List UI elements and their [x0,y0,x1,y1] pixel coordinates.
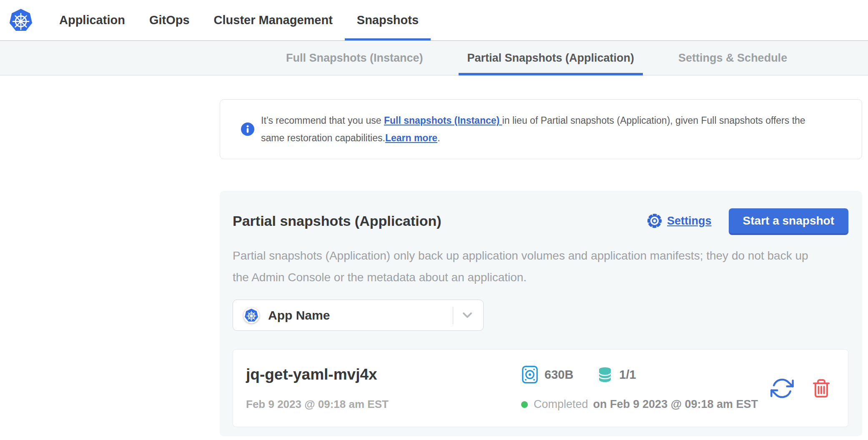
snapshot-status: Completed on Feb 9 2023 @ 09:18 am EST [521,398,770,411]
kubernetes-logo-icon [9,8,33,33]
info-banner: It’s recommend that you use Full snapsho… [220,99,862,159]
trash-icon [811,378,831,399]
info-text-segment: same restoration capabilities. [261,132,385,143]
panel-header: Partial snapshots (Application) Settings… [233,208,848,233]
database-volumes-icon [597,366,613,383]
info-banner-line-1: It’s recommend that you use Full snapsho… [261,112,805,129]
snapshot-name: jq-get-yaml-mvj4x [246,366,521,383]
nav-item-gitops[interactable]: GitOps [137,0,202,40]
restore-icon [770,377,794,400]
partial-snapshots-panel: Partial snapshots (Application) Settings… [220,191,862,436]
panel-actions: Settings Start a snapshot [647,208,848,233]
chevron-down-icon [460,308,475,323]
info-banner-text: It’s recommend that you use Full snapsho… [261,112,805,147]
settings-label: Settings [667,215,712,228]
snapshot-stats: 630B 1/1 [521,365,770,384]
restore-snapshot-button[interactable] [770,377,794,400]
panel-description-line-2: the Admin Console or the metadata about … [233,267,848,288]
app-logo-badge [243,308,259,323]
panel-description-line-1: Partial snapshots (Application) only bac… [233,245,848,267]
dropdown-divider [453,307,453,324]
disk-size-icon [521,365,539,384]
snapshot-size-value: 630B [544,368,573,382]
status-dot-icon [521,401,528,408]
tab-partial-snapshots[interactable]: Partial Snapshots (Application) [459,41,643,75]
info-text-segment: It’s recommend that you use [261,115,384,126]
snapshot-actions [770,377,831,400]
status-label: Completed [534,398,588,411]
gear-icon [647,213,662,229]
status-finished-timestamp: on Feb 9 2023 @ 09:18 am EST [593,398,758,411]
app-name-selector[interactable]: App Name [233,300,484,331]
sub-nav-tabs: Full Snapshots (Instance) Partial Snapsh… [277,41,823,75]
nav-item-cluster-management[interactable]: Cluster Management [202,0,345,40]
main-content: It’s recommend that you use Full snapsho… [220,99,862,436]
info-icon [241,122,254,136]
top-nav: Application GitOps Cluster Management Sn… [0,0,868,40]
tab-full-snapshots[interactable]: Full Snapshots (Instance) [277,41,432,75]
app-name-value: App Name [268,308,330,322]
panel-description: Partial snapshots (Application) only bac… [233,245,848,288]
nav-item-application[interactable]: Application [47,0,137,40]
info-text-segment: in lieu of Partial snapshots (Applicatio… [502,115,805,126]
start-snapshot-button[interactable]: Start a snapshot [729,208,848,233]
primary-nav: Application GitOps Cluster Management Sn… [47,0,431,40]
kubernetes-app-icon [244,308,258,322]
info-text-segment: . [437,132,440,143]
snapshot-started-timestamp: Feb 9 2023 @ 09:18 am EST [246,398,521,411]
snapshot-row: jq-get-yaml-mvj4x Feb 9 2023 @ 09:18 am … [233,349,848,427]
snapshot-volumes-value: 1/1 [619,368,636,382]
snapshot-volumes-stat: 1/1 [597,366,636,383]
snapshot-size-stat: 630B [521,365,573,384]
delete-snapshot-button[interactable] [811,378,831,399]
snapshots-sub-nav: Full Snapshots (Instance) Partial Snapsh… [0,40,868,75]
info-banner-line-2: same restoration capabilities.Learn more… [261,129,805,147]
settings-link[interactable]: Settings [647,213,712,229]
tab-settings-schedule[interactable]: Settings & Schedule [670,41,796,75]
full-snapshots-link[interactable]: Full snapshots (Instance) [384,115,502,126]
nav-item-snapshots[interactable]: Snapshots [345,0,431,40]
learn-more-link[interactable]: Learn more [385,132,437,143]
panel-title: Partial snapshots (Application) [233,213,442,229]
